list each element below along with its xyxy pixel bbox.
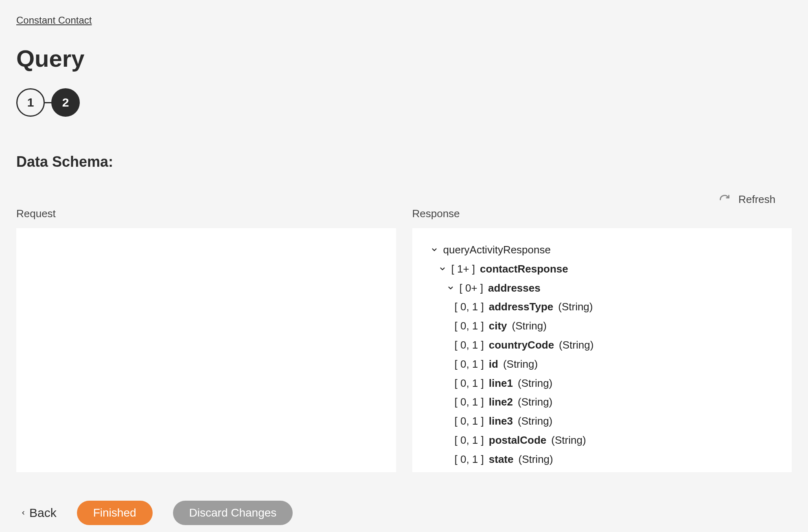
step-connector [45,102,51,103]
tree-leaf[interactable]: [ 0, 1 ] id (String) [422,355,782,374]
back-label: Back [29,506,57,520]
field-name: line3 [489,412,513,431]
field-type: (String) [512,316,547,336]
field-name: state [489,450,514,469]
cardinality: [ 0, 1 ] [455,355,484,374]
schema-tree: queryActivityResponse [ 1+ ] contactResp… [412,228,792,472]
tree-leaf[interactable]: [ 0, 1 ] city (String) [422,316,782,336]
tree-leaf[interactable]: [ 0, 1 ] addressType (String) [422,297,782,316]
back-button[interactable]: Back [20,506,57,520]
chevron-left-icon [20,509,26,517]
field-type: (String) [559,336,593,355]
cardinality: [ 0, 1 ] [455,392,484,412]
chevron-down-icon[interactable] [447,284,455,292]
tree-node-label: contactResponse [480,259,568,279]
tree-node-addresses[interactable]: [ 0+ ] addresses [422,279,782,298]
tree-node-label: addresses [488,279,541,298]
field-type: (String) [518,412,552,431]
tree-leaf[interactable]: [ 0, 1 ] state (String) [422,450,782,469]
finished-button[interactable]: Finished [77,501,153,525]
request-panel [16,228,396,472]
tree-leaf[interactable]: [ 0, 1 ] line2 (String) [422,392,782,412]
tree-leaf[interactable]: [ 0, 1 ] line1 (String) [422,374,782,393]
field-type: (String) [518,450,553,469]
tree-node-root[interactable]: queryActivityResponse [422,240,782,259]
stepper: 1 2 [16,88,792,117]
cardinality: [ 0, 1 ] [455,374,484,393]
response-header: Response [412,207,792,220]
step-1[interactable]: 1 [16,88,45,117]
tree-leaf[interactable]: [ 0, 1 ] postalCode (String) [422,431,782,450]
tree-leaf[interactable]: [ 0, 1 ] countryCode (String) [422,336,782,355]
refresh-icon[interactable] [719,194,730,205]
field-name: id [489,355,498,374]
cardinality: [ 0, 1 ] [455,336,484,355]
cardinality: [ 0, 1 ] [455,431,484,450]
chevron-down-icon[interactable] [438,265,447,273]
cardinality: [ 0+ ] [460,279,484,298]
cardinality: [ 0, 1 ] [455,297,484,316]
tree-node-label: queryActivityResponse [443,240,551,259]
field-type: (String) [518,392,552,412]
breadcrumb-link[interactable]: Constant Contact [16,15,92,26]
field-name: postalCode [489,431,547,450]
chevron-down-icon[interactable] [430,246,438,253]
step-2[interactable]: 2 [51,88,80,117]
cardinality: [ 0, 1 ] [455,450,484,469]
refresh-button[interactable]: Refresh [738,193,775,206]
page-title: Query [16,45,792,72]
cardinality: [ 0, 1 ] [455,412,484,431]
discard-button[interactable]: Discard Changes [173,501,293,525]
cardinality: [ 0, 1 ] [455,316,484,336]
field-name: addressType [489,297,553,316]
tree-leaf[interactable]: [ 0, 1 ] line3 (String) [422,412,782,431]
tree-node-contact-response[interactable]: [ 1+ ] contactResponse [422,259,782,279]
field-name: line1 [489,374,513,393]
section-title: Data Schema: [16,153,792,170]
cardinality: [ 1+ ] [451,259,475,279]
response-panel: queryActivityResponse [ 1+ ] contactResp… [412,228,792,472]
field-type: (String) [551,431,586,450]
field-type: (String) [503,355,538,374]
field-name: line2 [489,392,513,412]
request-header: Request [16,207,396,220]
field-name: countryCode [489,336,554,355]
field-type: (String) [558,297,593,316]
field-name: city [489,316,507,336]
field-type: (String) [518,374,552,393]
